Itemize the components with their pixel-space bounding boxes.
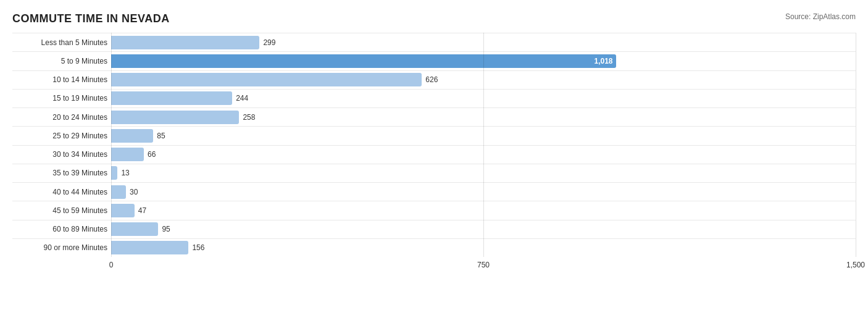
- bar-fill: [111, 36, 259, 49]
- bar-fill: [111, 241, 188, 254]
- bars-area: Less than 5 Minutes2995 to 9 Minutes1,01…: [12, 33, 856, 257]
- bar-track: 66: [111, 148, 856, 161]
- chart-container: COMMUTE TIME IN NEVADA Source: ZipAtlas.…: [0, 0, 868, 323]
- bar-track: 85: [111, 129, 856, 143]
- bar-track: 47: [111, 204, 856, 217]
- bar-fill: [111, 129, 153, 143]
- bar-track: 30: [111, 185, 856, 199]
- bar-row: 40 to 44 Minutes30: [12, 182, 856, 201]
- bar-label: 35 to 39 Minutes: [12, 169, 111, 177]
- bar-label: 30 to 34 Minutes: [12, 150, 111, 159]
- bar-value: 1,018: [594, 57, 612, 65]
- bar-value: 66: [148, 150, 156, 159]
- bar-label: 45 to 59 Minutes: [12, 206, 111, 215]
- x-axis-tick: 750: [477, 261, 490, 269]
- bar-value: 299: [263, 38, 275, 47]
- bar-fill: [111, 148, 144, 161]
- bar-row: Less than 5 Minutes299: [12, 33, 856, 51]
- bar-value: 30: [130, 188, 138, 196]
- bar-value: 626: [425, 75, 438, 84]
- bar-value: 47: [138, 206, 146, 215]
- chart-header: COMMUTE TIME IN NEVADA Source: ZipAtlas.…: [12, 12, 856, 25]
- bar-track: 1,018: [111, 54, 856, 68]
- bar-value: 258: [243, 113, 255, 122]
- bar-label: 25 to 29 Minutes: [12, 132, 111, 140]
- bar-row: 25 to 29 Minutes85: [12, 126, 856, 145]
- bar-track: 156: [111, 241, 856, 254]
- bar-row: 30 to 34 Minutes66: [12, 145, 856, 164]
- bar-row: 60 to 89 Minutes95: [12, 220, 856, 238]
- bar-label: 40 to 44 Minutes: [12, 188, 111, 196]
- chart-title: COMMUTE TIME IN NEVADA: [12, 12, 170, 25]
- bar-row: 45 to 59 Minutes47: [12, 201, 856, 219]
- x-axis: 07501,500: [111, 257, 856, 275]
- bar-label: 10 to 14 Minutes: [12, 75, 111, 84]
- bar-row: 90 or more Minutes156: [12, 238, 856, 257]
- x-axis-tick: 1,500: [846, 261, 865, 269]
- bar-value: 95: [162, 225, 170, 233]
- bar-track: 258: [111, 111, 856, 124]
- bar-row: 5 to 9 Minutes1,018: [12, 51, 856, 70]
- bar-fill: [111, 111, 239, 124]
- bar-fill: [111, 204, 135, 217]
- bar-fill: [111, 222, 158, 236]
- grid-line: [856, 33, 856, 257]
- bar-value: 156: [192, 243, 204, 252]
- bar-value: 85: [157, 132, 165, 140]
- bar-row: 35 to 39 Minutes13: [12, 164, 856, 182]
- bar-row: 15 to 19 Minutes244: [12, 89, 856, 107]
- bar-label: 60 to 89 Minutes: [12, 225, 111, 233]
- bar-label: 15 to 19 Minutes: [12, 94, 111, 103]
- bar-track: 626: [111, 73, 856, 86]
- bar-fill: [111, 91, 232, 105]
- bar-fill: [111, 73, 422, 86]
- bar-fill: [111, 166, 117, 180]
- bar-value: 13: [121, 169, 129, 177]
- chart-body: Less than 5 Minutes2995 to 9 Minutes1,01…: [12, 33, 856, 275]
- bar-label: 5 to 9 Minutes: [12, 57, 111, 65]
- bar-fill: [111, 185, 126, 199]
- bar-label: Less than 5 Minutes: [12, 38, 111, 47]
- bar-value: 244: [236, 94, 248, 103]
- bar-row: 10 to 14 Minutes626: [12, 70, 856, 89]
- bar-label: 20 to 24 Minutes: [12, 113, 111, 122]
- bar-label: 90 or more Minutes: [12, 243, 111, 252]
- bar-fill: [111, 54, 616, 68]
- x-axis-tick: 0: [109, 261, 114, 269]
- bar-track: 95: [111, 222, 856, 236]
- bar-track: 244: [111, 91, 856, 105]
- bar-track: 299: [111, 36, 856, 49]
- bar-track: 13: [111, 166, 856, 180]
- bar-row: 20 to 24 Minutes258: [12, 107, 856, 126]
- chart-source: Source: ZipAtlas.com: [785, 12, 856, 21]
